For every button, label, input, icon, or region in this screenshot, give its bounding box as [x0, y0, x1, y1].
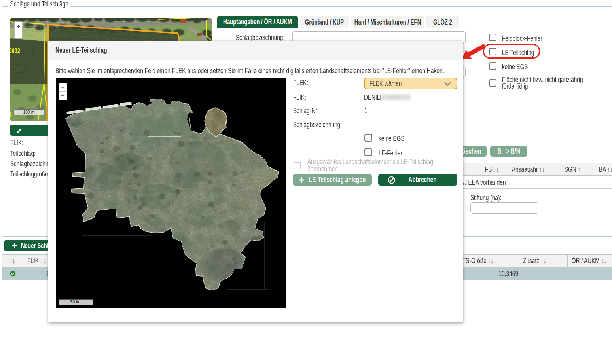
- svg-text:3: 3: [10, 112, 12, 118]
- svg-text:0092: 0092: [10, 47, 20, 54]
